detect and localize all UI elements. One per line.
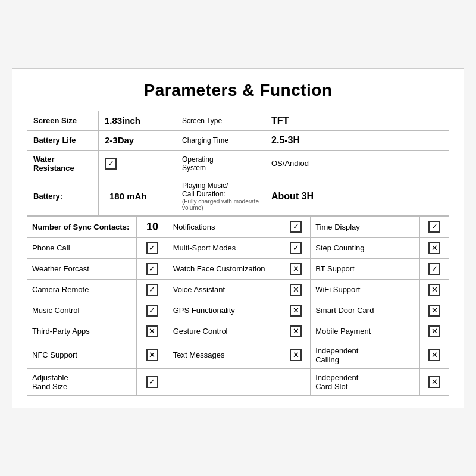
feature-label-0-2: Time Display	[311, 216, 420, 237]
feature-icon-6-1	[281, 342, 311, 368]
feature-label-2-0: Weather Forcast	[27, 258, 137, 279]
feature-icon-4-0	[137, 300, 168, 321]
feature-icon-7-2	[420, 368, 449, 395]
feature-label-7-1	[168, 368, 310, 395]
feature-label-7-0: Adjustable Band Size	[27, 368, 137, 395]
feature-label-7-2: Independent Card Slot	[311, 368, 420, 395]
spec-label-right-3: Playing Music/Call Duration:(Fully charg…	[176, 177, 265, 215]
feature-label-2-1: Watch Face Customization	[168, 258, 281, 279]
feature-icon-5-0	[137, 321, 168, 342]
features-table: Number of Sync Contacts:10NotificationsT…	[27, 216, 449, 396]
feature-label-4-2: Smart Door Card	[311, 300, 420, 321]
feature-label-0-0: Number of Sync Contacts:	[27, 216, 137, 237]
feature-icon-5-1	[281, 321, 311, 342]
feature-icon-0-1	[281, 216, 311, 237]
spec-label-left-1: Battery Life	[27, 130, 99, 150]
spec-label-left-2: Water Resistance	[27, 150, 99, 177]
feature-icon-0-2	[420, 216, 449, 237]
feature-icon-4-2	[420, 300, 449, 321]
feature-icon-1-2	[420, 237, 449, 258]
feature-icon-4-1	[281, 300, 311, 321]
feature-icon-2-2	[420, 258, 449, 279]
feature-label-6-0: NFC Support	[27, 342, 137, 368]
feature-icon-5-2	[420, 321, 449, 342]
feature-label-4-1: GPS Functionality	[168, 300, 281, 321]
feature-label-0-1: Notifications	[168, 216, 281, 237]
feature-icon-3-2	[420, 279, 449, 300]
page-title: Parameters & Function	[27, 81, 449, 100]
feature-icon-1-0	[137, 237, 168, 258]
feature-icon-6-0	[137, 342, 168, 368]
spec-label-left-0: Screen Size	[27, 111, 99, 130]
spec-value-right-1: 2.5-3H	[265, 130, 449, 150]
feature-label-3-0: Camera Remote	[27, 279, 137, 300]
page-container: Parameters & Function Screen Size1.83inc…	[12, 68, 464, 408]
spec-label-right-2: Operating System	[176, 150, 265, 177]
spec-label-left-3: Battery:	[27, 177, 99, 215]
spec-value-left-3: 180 mAh	[99, 177, 176, 215]
spec-label-right-1: Charging Time	[176, 130, 265, 150]
spec-value-right-2: OS/Andiod	[265, 150, 449, 177]
feature-icon-1-1	[281, 237, 311, 258]
feature-label-1-2: Step Counting	[311, 237, 420, 258]
spec-value-left-1: 2-3Day	[99, 130, 176, 150]
spec-label-right-0: Screen Type	[176, 111, 265, 130]
feature-label-2-2: BT Support	[311, 258, 420, 279]
feature-icon-2-1	[281, 258, 311, 279]
feature-icon-7-0	[137, 368, 168, 395]
feature-label-1-0: Phone Call	[27, 237, 137, 258]
feature-icon-3-0	[137, 279, 168, 300]
spec-value-right-3: About 3H	[265, 177, 449, 215]
feature-label-3-1: Voice Assistant	[168, 279, 281, 300]
spec-value-left-0: 1.83inch	[99, 111, 176, 130]
feature-label-1-1: Multi-Sport Modes	[168, 237, 281, 258]
feature-label-4-0: Music Control	[27, 300, 137, 321]
spec-value-right-0: TFT	[265, 111, 449, 130]
feature-icon-3-1	[281, 279, 311, 300]
feature-value-0-0: 10	[137, 216, 168, 237]
feature-label-5-2: Mobile Payment	[311, 321, 420, 342]
feature-label-6-2: Independent Calling	[311, 342, 420, 368]
feature-label-5-1: Gesture Control	[168, 321, 281, 342]
feature-label-5-0: Third-Party Apps	[27, 321, 137, 342]
feature-label-3-2: WiFi Support	[311, 279, 420, 300]
spec-value-left-2	[99, 150, 176, 177]
specs-table: Screen Size1.83inchScreen TypeTFTBattery…	[27, 111, 449, 216]
feature-label-6-1: Text Messages	[168, 342, 281, 368]
feature-icon-2-0	[137, 258, 168, 279]
feature-icon-6-2	[420, 342, 449, 368]
